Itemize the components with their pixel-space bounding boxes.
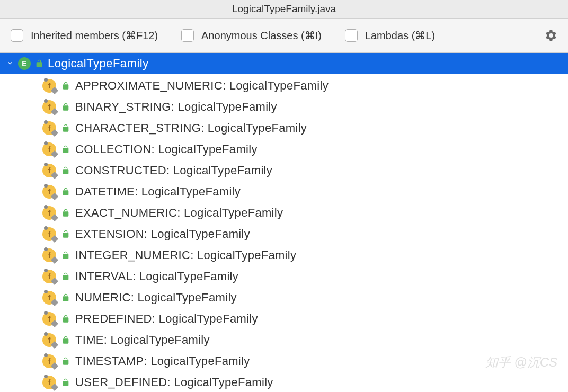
lambdas-label: Lambdas (⌘L): [365, 29, 435, 42]
field-icon-letter: f: [48, 145, 51, 154]
member-row[interactable]: fINTERVAL: LogicalTypeFamily: [0, 266, 568, 287]
field-icon-letter: f: [48, 315, 51, 323]
field-icon: f: [42, 79, 56, 93]
field-icon: f: [42, 227, 56, 241]
member-row[interactable]: fEXACT_NUMERIC: LogicalTypeFamily: [0, 202, 568, 224]
member-name: EXTENSION: LogicalTypeFamily: [75, 227, 250, 241]
field-icon-letter: f: [48, 357, 51, 366]
member-row[interactable]: fNUMERIC: LogicalTypeFamily: [0, 287, 568, 308]
unlock-icon: [61, 357, 70, 366]
member-name: COLLECTION: LogicalTypeFamily: [75, 142, 258, 156]
field-icon-letter: f: [48, 166, 51, 175]
member-row[interactable]: fAPPROXIMATE_NUMERIC: LogicalTypeFamily: [0, 75, 568, 96]
unlock-icon: [61, 272, 70, 281]
anonymous-classes-label: Anonymous Classes (⌘I): [201, 29, 322, 42]
unlock-icon: [61, 103, 70, 111]
field-icon-letter: f: [48, 230, 51, 238]
field-icon: f: [42, 376, 56, 389]
unlock-icon: [61, 209, 70, 217]
field-icon: f: [42, 291, 56, 305]
field-icon: f: [42, 206, 56, 220]
unlock-icon: [61, 336, 70, 344]
gear-icon[interactable]: [545, 29, 557, 42]
class-name: LogicalTypeFamily: [48, 57, 149, 70]
member-name: APPROXIMATE_NUMERIC: LogicalTypeFamily: [75, 79, 329, 93]
member-row[interactable]: fPREDEFINED: LogicalTypeFamily: [0, 308, 568, 329]
unlock-icon: [61, 315, 70, 323]
title-bar-text: LogicalTypeFamily.java: [232, 3, 336, 15]
field-icon: f: [42, 333, 56, 347]
unlock-icon: [61, 124, 70, 132]
member-name: CONSTRUCTED: LogicalTypeFamily: [75, 164, 272, 177]
member-row[interactable]: fTIME: LogicalTypeFamily: [0, 329, 568, 351]
member-name: INTEGER_NUMERIC: LogicalTypeFamily: [75, 248, 296, 262]
member-row[interactable]: fDATETIME: LogicalTypeFamily: [0, 181, 568, 202]
unlock-icon: [35, 59, 43, 68]
unlock-icon: [61, 82, 70, 90]
member-row[interactable]: fUSER_DEFINED: LogicalTypeFamily: [0, 372, 568, 392]
member-name: BINARY_STRING: LogicalTypeFamily: [75, 100, 277, 114]
member-row[interactable]: fEXTENSION: LogicalTypeFamily: [0, 224, 568, 245]
member-list: fAPPROXIMATE_NUMERIC: LogicalTypeFamilyf…: [0, 74, 568, 392]
enum-icon: E: [18, 57, 31, 70]
field-icon: f: [42, 185, 56, 199]
toolbar: Inherited members (⌘F12) Anonymous Class…: [0, 19, 568, 53]
field-icon-letter: f: [48, 82, 51, 90]
unlock-icon: [61, 378, 70, 387]
field-icon: f: [42, 164, 56, 177]
member-name: TIME: LogicalTypeFamily: [75, 333, 210, 347]
field-icon-letter: f: [48, 336, 51, 344]
inherited-members-label: Inherited members (⌘F12): [31, 29, 158, 42]
member-name: USER_DEFINED: LogicalTypeFamily: [75, 376, 273, 389]
member-name: INTERVAL: LogicalTypeFamily: [75, 270, 238, 283]
member-row[interactable]: fCONSTRUCTED: LogicalTypeFamily: [0, 160, 568, 181]
member-name: CHARACTER_STRING: LogicalTypeFamily: [75, 121, 307, 135]
field-icon-letter: f: [48, 251, 51, 260]
chevron-down-icon: [6, 59, 14, 68]
field-icon: f: [42, 142, 56, 156]
field-icon: f: [42, 100, 56, 114]
unlock-icon: [61, 166, 70, 175]
field-icon-letter: f: [48, 124, 51, 132]
field-icon-letter: f: [48, 293, 51, 302]
title-bar: LogicalTypeFamily.java: [0, 0, 568, 19]
field-icon: f: [42, 354, 56, 368]
member-row[interactable]: fCHARACTER_STRING: LogicalTypeFamily: [0, 118, 568, 139]
unlock-icon: [61, 293, 70, 302]
member-name: NUMERIC: LogicalTypeFamily: [75, 291, 237, 305]
inherited-members-checkbox[interactable]: [11, 29, 23, 42]
anonymous-classes-checkbox-item[interactable]: Anonymous Classes (⌘I): [181, 29, 322, 42]
field-icon: f: [42, 270, 56, 283]
unlock-icon: [61, 145, 70, 154]
lambdas-checkbox-item[interactable]: Lambdas (⌘L): [345, 29, 435, 42]
member-name: DATETIME: LogicalTypeFamily: [75, 185, 241, 199]
unlock-icon: [61, 188, 70, 196]
field-icon-letter: f: [48, 188, 51, 196]
member-row[interactable]: fCOLLECTION: LogicalTypeFamily: [0, 139, 568, 160]
field-icon: f: [42, 248, 56, 262]
field-icon: f: [42, 312, 56, 326]
field-icon-letter: f: [48, 103, 51, 111]
member-row[interactable]: fINTEGER_NUMERIC: LogicalTypeFamily: [0, 245, 568, 266]
field-icon-letter: f: [48, 378, 51, 387]
lambdas-checkbox[interactable]: [345, 29, 358, 42]
member-name: PREDEFINED: LogicalTypeFamily: [75, 312, 258, 326]
class-header[interactable]: E LogicalTypeFamily: [0, 53, 568, 74]
anonymous-classes-checkbox[interactable]: [181, 29, 194, 42]
member-row[interactable]: fBINARY_STRING: LogicalTypeFamily: [0, 96, 568, 118]
field-icon-letter: f: [48, 272, 51, 281]
member-name: TIMESTAMP: LogicalTypeFamily: [75, 354, 250, 368]
member-row[interactable]: fTIMESTAMP: LogicalTypeFamily: [0, 351, 568, 372]
field-icon-letter: f: [48, 209, 51, 217]
unlock-icon: [61, 230, 70, 238]
field-icon: f: [42, 121, 56, 135]
unlock-icon: [61, 251, 70, 260]
inherited-members-checkbox-item[interactable]: Inherited members (⌘F12): [11, 29, 158, 42]
member-name: EXACT_NUMERIC: LogicalTypeFamily: [75, 206, 283, 220]
